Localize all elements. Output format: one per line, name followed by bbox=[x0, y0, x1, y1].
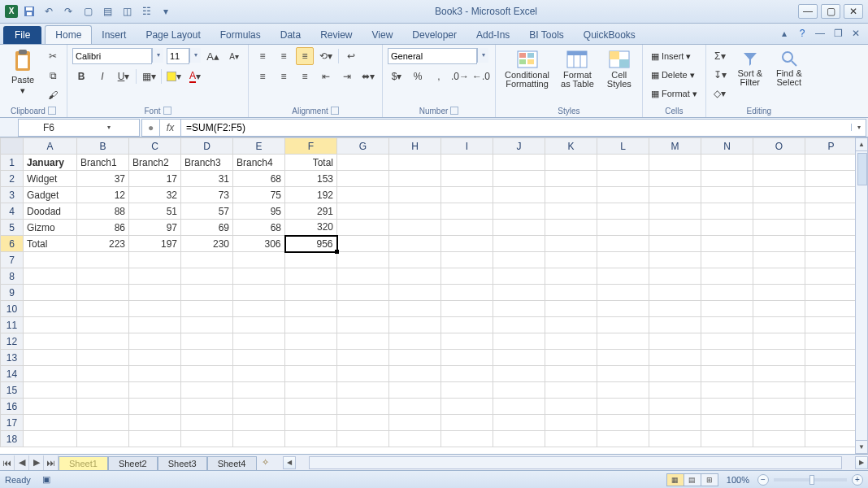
cell-D12[interactable] bbox=[181, 333, 233, 350]
scroll-left-button[interactable]: ◀ bbox=[283, 456, 296, 469]
cell-M5[interactable] bbox=[649, 220, 701, 236]
cell-O14[interactable] bbox=[753, 366, 805, 382]
cell-P15[interactable] bbox=[805, 382, 857, 399]
cell-G17[interactable] bbox=[337, 415, 389, 431]
cell-A1[interactable]: January bbox=[24, 155, 77, 171]
cell-O17[interactable] bbox=[753, 415, 805, 431]
cell-H18[interactable] bbox=[389, 431, 441, 447]
cell-C6[interactable]: 197 bbox=[129, 236, 181, 252]
minimize-button[interactable]: — bbox=[798, 4, 818, 19]
cell-P9[interactable] bbox=[805, 285, 857, 301]
cell-F12[interactable] bbox=[285, 333, 337, 350]
cell-E9[interactable] bbox=[233, 285, 285, 301]
cell-M4[interactable] bbox=[649, 203, 701, 220]
cell-J12[interactable] bbox=[493, 333, 545, 350]
horizontal-scrollbar[interactable]: ◀ ▶ bbox=[283, 456, 869, 469]
cell-O16[interactable] bbox=[753, 399, 805, 415]
cell-I18[interactable] bbox=[441, 431, 493, 447]
cell-H1[interactable] bbox=[389, 155, 441, 171]
cell-K16[interactable] bbox=[545, 399, 597, 415]
cell-O2[interactable] bbox=[753, 171, 805, 187]
cell-E16[interactable] bbox=[233, 399, 285, 415]
zoom-thumb[interactable] bbox=[809, 475, 814, 485]
font-family-select[interactable] bbox=[72, 48, 152, 64]
vertical-scroll-thumb[interactable] bbox=[857, 153, 867, 185]
cell-E4[interactable]: 95 bbox=[233, 203, 285, 220]
cell-M15[interactable] bbox=[649, 382, 701, 399]
cell-B6[interactable]: 223 bbox=[77, 236, 129, 252]
cell-E12[interactable] bbox=[233, 333, 285, 350]
sheet-tab-sheet4[interactable]: Sheet4 bbox=[207, 456, 257, 470]
cell-L7[interactable] bbox=[597, 252, 649, 268]
cell-O10[interactable] bbox=[753, 301, 805, 317]
cell-J3[interactable] bbox=[493, 187, 545, 203]
cell-C17[interactable] bbox=[129, 415, 181, 431]
horizontal-scroll-track[interactable] bbox=[309, 456, 843, 469]
cell-L16[interactable] bbox=[597, 399, 649, 415]
cell-A7[interactable] bbox=[24, 252, 77, 268]
cell-D16[interactable] bbox=[181, 399, 233, 415]
align-top-button[interactable]: ≡ bbox=[254, 47, 271, 65]
cell-M14[interactable] bbox=[649, 366, 701, 382]
cell-A5[interactable]: Gizmo bbox=[24, 220, 77, 236]
cell-M8[interactable] bbox=[649, 268, 701, 285]
align-middle-button[interactable]: ≡ bbox=[275, 47, 293, 65]
cell-K4[interactable] bbox=[545, 203, 597, 220]
cell-A6[interactable]: Total bbox=[24, 236, 77, 252]
column-header-E[interactable]: E bbox=[233, 138, 285, 155]
cell-O8[interactable] bbox=[753, 268, 805, 285]
cell-I8[interactable] bbox=[441, 268, 493, 285]
macro-record-button[interactable]: ▣ bbox=[42, 474, 50, 485]
cell-D1[interactable]: Branch3 bbox=[181, 155, 233, 171]
cell-G18[interactable] bbox=[337, 431, 389, 447]
cell-I6[interactable] bbox=[441, 236, 493, 252]
cell-N12[interactable] bbox=[701, 333, 753, 350]
cell-F4[interactable]: 291 bbox=[285, 203, 337, 220]
cell-O9[interactable] bbox=[753, 285, 805, 301]
copy-button[interactable]: ⧉ bbox=[44, 67, 62, 85]
zoom-track[interactable] bbox=[774, 478, 847, 481]
cell-D15[interactable] bbox=[181, 382, 233, 399]
cell-H3[interactable] bbox=[389, 187, 441, 203]
cell-C11[interactable] bbox=[129, 317, 181, 333]
cell-L17[interactable] bbox=[597, 415, 649, 431]
vertical-scrollbar[interactable]: ▲ ▼ bbox=[855, 137, 868, 454]
cell-A3[interactable]: Gadget bbox=[24, 187, 77, 203]
cell-L14[interactable] bbox=[597, 366, 649, 382]
next-sheet-button[interactable]: ▶ bbox=[29, 455, 44, 470]
cell-A12[interactable] bbox=[24, 333, 77, 350]
worksheet-grid[interactable]: ABCDEFGHIJKLMNOP1JanuaryBranch1Branch2Br… bbox=[0, 137, 857, 447]
cell-N2[interactable] bbox=[701, 171, 753, 187]
cell-D18[interactable] bbox=[181, 431, 233, 447]
cell-O6[interactable] bbox=[753, 236, 805, 252]
cell-D17[interactable] bbox=[181, 415, 233, 431]
cell-I13[interactable] bbox=[441, 350, 493, 366]
cell-K11[interactable] bbox=[545, 317, 597, 333]
merge-center-button[interactable]: ⬌▾ bbox=[359, 68, 377, 85]
cell-G13[interactable] bbox=[337, 350, 389, 366]
cell-H10[interactable] bbox=[389, 301, 441, 317]
delete-cells-button[interactable]: ▦ Delete ▾ bbox=[651, 70, 695, 81]
row-header-3[interactable]: 3 bbox=[1, 187, 24, 203]
column-header-H[interactable]: H bbox=[389, 138, 441, 155]
row-header-12[interactable]: 12 bbox=[1, 333, 24, 350]
cell-E15[interactable] bbox=[233, 382, 285, 399]
cell-P8[interactable] bbox=[805, 268, 857, 285]
workbook-close-button[interactable]: ✕ bbox=[848, 26, 863, 41]
fill-button[interactable]: ↧▾ bbox=[711, 66, 729, 84]
cell-K8[interactable] bbox=[545, 268, 597, 285]
cell-H5[interactable] bbox=[389, 220, 441, 236]
cell-I10[interactable] bbox=[441, 301, 493, 317]
cell-G3[interactable] bbox=[337, 187, 389, 203]
workbook-restore-button[interactable]: ❐ bbox=[831, 26, 845, 41]
cell-G7[interactable] bbox=[337, 252, 389, 268]
cell-C12[interactable] bbox=[129, 333, 181, 350]
cell-G4[interactable] bbox=[337, 203, 389, 220]
cell-C9[interactable] bbox=[129, 285, 181, 301]
workbook-minimize-button[interactable]: — bbox=[813, 26, 827, 41]
cell-C7[interactable] bbox=[129, 252, 181, 268]
number-dialog-launcher[interactable] bbox=[450, 107, 458, 115]
cell-P16[interactable] bbox=[805, 399, 857, 415]
cell-C15[interactable] bbox=[129, 382, 181, 399]
cell-J1[interactable] bbox=[493, 155, 545, 171]
